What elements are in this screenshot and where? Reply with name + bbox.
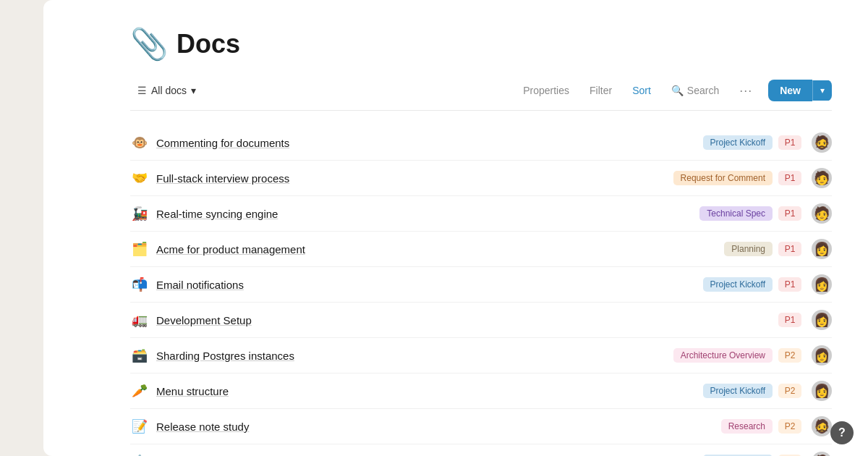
table-row[interactable]: 🗃️ Sharding Postgres instances Architect… <box>130 338 832 373</box>
doc-tags: Planning P1 <box>724 242 801 256</box>
new-dropdown-arrow[interactable]: ▾ <box>812 80 832 101</box>
toolbar-right: Properties Filter Sort 🔍 Search ··· New … <box>519 80 832 101</box>
doc-name[interactable]: Acme for product management <box>156 243 724 256</box>
page-header: 📎 Docs <box>130 29 832 59</box>
doc-tags: Project Kickoff P2 <box>703 384 801 398</box>
doc-tags: Project Kickoff P1 <box>703 277 801 292</box>
priority-badge: P1 <box>778 206 801 221</box>
avatar: 👩 <box>812 345 832 366</box>
doc-emoji-icon: 🤝 <box>130 170 149 186</box>
new-button[interactable]: New <box>768 80 812 101</box>
doc-emoji-icon: 🗃️ <box>130 347 149 363</box>
priority-badge: P1 <box>778 313 801 327</box>
avatar: 👩 <box>812 310 832 330</box>
table-row[interactable]: 📝 Release note study Research P2 🧔 <box>130 409 832 444</box>
priority-badge: P1 <box>778 277 801 292</box>
doc-emoji-icon: 🗂️ <box>130 241 149 257</box>
toolbar-left: ☰ All docs ▾ <box>130 81 519 100</box>
doc-tag: Planning <box>724 242 773 256</box>
avatar: 🧑 <box>812 168 832 188</box>
main-content: 📎 Docs ☰ All docs ▾ Properties Filter So… <box>43 0 868 456</box>
doc-tag: Technical Spec <box>699 206 773 221</box>
avatar: 🧔 <box>812 416 832 436</box>
priority-badge: P2 <box>778 419 801 434</box>
priority-badge: P2 <box>778 348 801 363</box>
table-row[interactable]: 🗂️ Acme for product management Planning … <box>130 232 832 267</box>
page-logo-icon: 📎 <box>130 29 168 59</box>
doc-name[interactable]: Full-stack interview process <box>156 172 673 185</box>
toolbar: ☰ All docs ▾ Properties Filter Sort 🔍 Se… <box>130 80 832 111</box>
doc-tag: Project Kickoff <box>703 277 773 292</box>
doc-tags: Research P2 <box>721 419 801 434</box>
sort-button[interactable]: Sort <box>628 82 655 99</box>
avatar: 🧔 <box>812 132 832 153</box>
doc-emoji-icon: 🚛 <box>130 312 149 328</box>
doc-tag: Architecture Overview <box>673 348 773 363</box>
view-icon: ☰ <box>137 85 147 96</box>
avatar: 🧔 <box>812 452 832 456</box>
doc-tags: Request for Comment P1 <box>673 171 801 185</box>
doc-name[interactable]: Real-time syncing engine <box>156 208 699 220</box>
priority-badge: P1 <box>778 171 801 185</box>
table-row[interactable]: 🐵 Commenting for documents Project Kicko… <box>130 125 832 161</box>
table-row[interactable]: 🥕 Menu structure Project Kickoff P2 👩 <box>130 373 832 409</box>
table-row[interactable]: 🤝 Full-stack interview process Request f… <box>130 161 832 196</box>
help-button[interactable]: ? <box>830 421 854 444</box>
priority-badge: P1 <box>778 242 801 256</box>
more-button[interactable]: ··· <box>735 80 757 101</box>
table-row[interactable]: 🚛 Development Setup P1 👩 <box>130 303 832 338</box>
avatar: 👩 <box>812 274 832 295</box>
table-row[interactable]: 📋 Code reviews Project Kickoff P2 🧔 <box>130 444 832 456</box>
doc-emoji-icon: 📝 <box>130 418 149 434</box>
doc-emoji-icon: 📬 <box>130 276 149 292</box>
view-label: All docs <box>151 85 187 96</box>
doc-tag: Request for Comment <box>673 171 773 185</box>
avatar: 🧑 <box>812 203 832 224</box>
filter-button[interactable]: Filter <box>585 82 616 99</box>
avatar: 👩 <box>812 381 832 401</box>
table-row[interactable]: 📬 Email notifications Project Kickoff P1… <box>130 267 832 303</box>
table-row[interactable]: 🚂 Real-time syncing engine Technical Spe… <box>130 196 832 232</box>
priority-badge: P1 <box>778 135 801 150</box>
doc-tags: Project Kickoff P1 <box>703 135 801 150</box>
priority-badge: P2 <box>778 384 801 398</box>
properties-button[interactable]: Properties <box>519 82 574 99</box>
doc-tag: Project Kickoff <box>703 135 773 150</box>
page-title: Docs <box>176 29 240 59</box>
search-button[interactable]: 🔍 Search <box>667 82 723 99</box>
doc-list: 🐵 Commenting for documents Project Kicko… <box>130 125 832 456</box>
doc-emoji-icon: 🐵 <box>130 135 149 151</box>
doc-tags: Architecture Overview P2 <box>673 348 801 363</box>
avatar: 👩 <box>812 239 832 259</box>
doc-emoji-icon: 🚂 <box>130 206 149 221</box>
doc-tags: P1 <box>778 313 801 327</box>
doc-tag: Research <box>721 419 773 434</box>
doc-name[interactable]: Sharding Postgres instances <box>156 350 673 362</box>
new-button-group: New ▾ <box>768 80 832 101</box>
doc-name[interactable]: Email notifications <box>156 279 703 291</box>
chevron-down-icon: ▾ <box>191 85 196 96</box>
doc-name[interactable]: Development Setup <box>156 314 778 326</box>
doc-tag: Project Kickoff <box>703 384 773 398</box>
view-selector[interactable]: ☰ All docs ▾ <box>130 81 203 100</box>
doc-tags: Technical Spec P1 <box>699 206 801 221</box>
doc-emoji-icon: 🥕 <box>130 383 149 399</box>
doc-name[interactable]: Menu structure <box>156 385 703 397</box>
search-label: Search <box>687 85 719 96</box>
doc-name[interactable]: Release note study <box>156 421 721 433</box>
search-icon: 🔍 <box>671 85 684 96</box>
doc-name[interactable]: Commenting for documents <box>156 137 703 149</box>
sidebar <box>0 0 43 456</box>
